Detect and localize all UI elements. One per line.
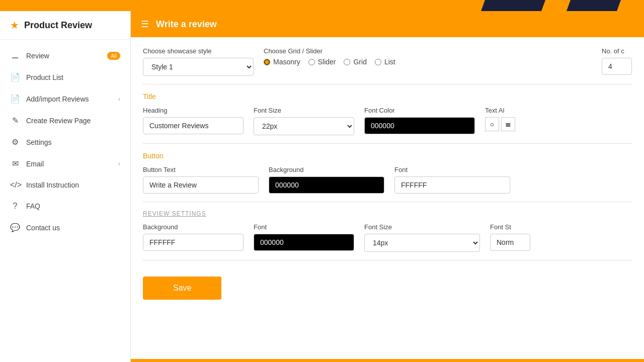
font-size-group: Font Size 22px 14px 16px 18px 20px 24px bbox=[254, 107, 354, 135]
sidebar: ★ Product Review ⚊ Review All 📄 Product … bbox=[0, 11, 131, 362]
no-of-label: No. of c bbox=[602, 47, 632, 55]
showcase-style-group: Choose showcase style Style 1 Style 2 St… bbox=[143, 47, 254, 76]
text-align-label: Text Al bbox=[485, 107, 515, 114]
chevron-left-icon2: ‹ bbox=[118, 160, 120, 167]
code-icon: </> bbox=[10, 180, 20, 190]
title-section-label: Title bbox=[143, 93, 632, 101]
list-radio[interactable] bbox=[375, 59, 381, 65]
rs-fontstyle-group: Font St bbox=[490, 223, 530, 251]
grid-slider-group: Choose Grid / Slider Masonry Slider bbox=[264, 47, 395, 66]
button-bg-input[interactable] bbox=[269, 176, 384, 194]
grid-slider-label: Choose Grid / Slider bbox=[264, 47, 395, 55]
button-text-input[interactable] bbox=[143, 176, 259, 194]
font-size-select[interactable]: 22px 14px 16px 18px 20px 24px bbox=[254, 117, 354, 135]
rs-fontsize-label: Font Size bbox=[364, 223, 480, 231]
sidebar-item-product-list[interactable]: 📄 Product List bbox=[0, 66, 130, 88]
rs-bg-label: Background bbox=[143, 223, 244, 231]
question-icon: ? bbox=[10, 202, 20, 211]
slider-label: Slider bbox=[318, 58, 336, 66]
title-row: Heading Font Size 22px 14px 16px 18px 20… bbox=[143, 107, 632, 135]
list-label: List bbox=[384, 58, 395, 66]
main-header: ☰ Write a review bbox=[131, 11, 644, 37]
app-title: Product Review bbox=[24, 20, 92, 31]
sidebar-item-install-label: Install Instruction bbox=[26, 181, 79, 189]
grid-option[interactable]: Grid bbox=[344, 58, 366, 66]
sidebar-item-email-label: Email bbox=[26, 160, 44, 168]
button-bg-group: Background bbox=[269, 166, 384, 194]
review-settings-row: Background Font Font Size 14px 12px 16px bbox=[143, 223, 632, 252]
sidebar-item-settings[interactable]: ⚙ Settings bbox=[0, 131, 130, 153]
divider2 bbox=[143, 143, 632, 144]
grid-label: Grid bbox=[353, 58, 366, 66]
rs-fontstyle-input[interactable] bbox=[490, 234, 530, 251]
bottom-accent-bar bbox=[131, 359, 644, 362]
rs-font-input[interactable] bbox=[254, 234, 354, 251]
divider3 bbox=[143, 202, 632, 202]
sidebar-item-faq[interactable]: ? FAQ bbox=[0, 196, 130, 217]
radio-group: Masonry Slider Grid List bbox=[264, 58, 395, 66]
font-color-group: Font Color bbox=[364, 107, 475, 134]
showcase-style-select[interactable]: Style 1 Style 2 Style 3 bbox=[143, 58, 254, 76]
align-left-button[interactable]: ○ bbox=[485, 117, 499, 131]
button-section: Button Button Text Background Font bbox=[143, 152, 632, 194]
gear-icon: ⚙ bbox=[10, 137, 20, 147]
button-font-group: Font bbox=[394, 166, 510, 194]
masonry-option[interactable]: Masonry bbox=[264, 58, 300, 66]
chat-icon: 💬 bbox=[10, 223, 20, 232]
file-add-icon: 📄 bbox=[10, 94, 20, 104]
sidebar-item-add-import[interactable]: 📄 Add/import Reviews ‹ bbox=[0, 88, 130, 110]
rs-fontsize-group: Font Size 14px 12px 16px bbox=[364, 223, 480, 252]
button-row: Button Text Background Font bbox=[143, 166, 632, 194]
top-decorative-bar bbox=[0, 0, 644, 11]
align-center-button[interactable]: ≣ bbox=[501, 117, 515, 131]
sidebar-nav: ⚊ Review All 📄 Product List 📄 Add/import… bbox=[0, 40, 130, 362]
sidebar-item-review[interactable]: ⚊ Review All bbox=[0, 45, 130, 66]
sidebar-header: ★ Product Review bbox=[0, 11, 130, 40]
button-text-label: Button Text bbox=[143, 166, 259, 173]
showcase-row: Choose showcase style Style 1 Style 2 St… bbox=[143, 47, 632, 76]
masonry-radio[interactable] bbox=[264, 59, 270, 65]
hamburger-icon[interactable]: ☰ bbox=[141, 19, 149, 30]
grid-icon: ⚊ bbox=[10, 51, 20, 60]
button-font-input[interactable] bbox=[394, 176, 510, 194]
list-option[interactable]: List bbox=[375, 58, 395, 66]
edit-icon: ✎ bbox=[10, 116, 20, 125]
file-icon: 📄 bbox=[10, 72, 20, 82]
sidebar-item-faq-label: FAQ bbox=[26, 202, 40, 210]
page-title: Write a review bbox=[156, 19, 217, 30]
slider-radio[interactable] bbox=[308, 59, 315, 65]
sidebar-item-contact[interactable]: 💬 Contact us bbox=[0, 217, 130, 238]
rs-fontstyle-label: Font St bbox=[490, 223, 530, 231]
rs-font-label: Font bbox=[254, 223, 354, 231]
font-color-input[interactable] bbox=[364, 117, 475, 134]
heading-input[interactable] bbox=[143, 117, 244, 134]
rs-fontsize-select[interactable]: 14px 12px 16px bbox=[364, 234, 480, 252]
sidebar-item-install[interactable]: </> Install Instruction bbox=[0, 174, 130, 196]
heading-label: Heading bbox=[143, 107, 244, 114]
review-settings-label: REVIEW SETTINGS bbox=[143, 210, 632, 217]
rs-bg-group: Background bbox=[143, 223, 244, 251]
text-align-buttons: ○ ≣ bbox=[485, 117, 515, 131]
no-of-group: No. of c bbox=[602, 47, 632, 75]
masonry-label: Masonry bbox=[273, 58, 300, 66]
font-size-label: Font Size bbox=[254, 107, 354, 114]
star-icon: ★ bbox=[10, 19, 19, 31]
rs-font-group: Font bbox=[254, 223, 354, 251]
sidebar-item-email[interactable]: ✉ Email ‹ bbox=[0, 153, 130, 174]
review-settings-section: REVIEW SETTINGS Background Font Font Siz… bbox=[143, 210, 632, 252]
slider-option[interactable]: Slider bbox=[308, 58, 336, 66]
divider1 bbox=[143, 84, 632, 84]
no-of-input[interactable] bbox=[602, 58, 632, 75]
font-color-label: Font Color bbox=[364, 107, 475, 114]
sidebar-item-settings-label: Settings bbox=[26, 138, 52, 146]
sidebar-item-create-review-label: Create Review Page bbox=[26, 117, 91, 125]
email-icon: ✉ bbox=[10, 159, 20, 168]
save-button[interactable]: Save bbox=[143, 277, 221, 300]
grid-radio[interactable] bbox=[344, 59, 350, 65]
button-section-label: Button bbox=[143, 152, 632, 160]
rs-bg-input[interactable] bbox=[143, 234, 244, 251]
showcase-style-label: Choose showcase style bbox=[143, 47, 254, 55]
button-text-group: Button Text bbox=[143, 166, 259, 194]
divider4 bbox=[143, 260, 632, 260]
sidebar-item-create-review[interactable]: ✎ Create Review Page bbox=[0, 110, 130, 131]
